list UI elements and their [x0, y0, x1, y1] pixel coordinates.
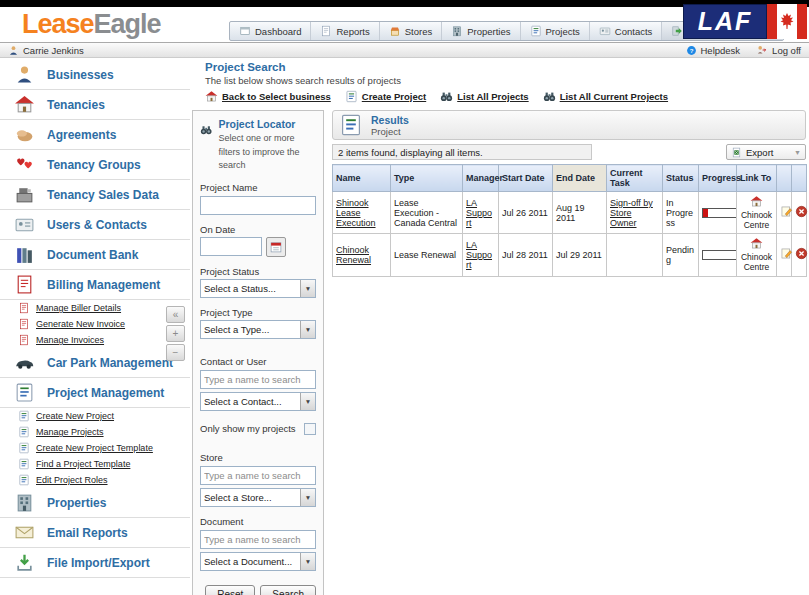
sidebar-link-manage-invoices[interactable]: Manage Invoices [0, 332, 190, 348]
contact-select[interactable]: Select a Contact... ▼ [200, 392, 316, 411]
sidebar-link-generate-new-invoice[interactable]: Generate New Invoice [0, 316, 190, 332]
project-name-input[interactable] [200, 196, 316, 215]
sidebar-label: Billing Management [47, 278, 160, 292]
sidebar-link-manage-biller-details[interactable]: Manage Biller Details [0, 300, 190, 316]
person-icon [14, 64, 35, 85]
delete-icon[interactable] [795, 205, 808, 218]
chevron-down-icon: ▼ [300, 321, 315, 338]
nav-tab-dashboard[interactable]: Dashboard [230, 22, 311, 40]
sidebar-item-properties[interactable]: Properties [0, 488, 190, 518]
sidebar-item-tenancy-sales-data[interactable]: Tenancy Sales Data [0, 180, 190, 210]
manager-link[interactable]: LA Support [466, 198, 492, 228]
cell-end-date: Aug 19 2011 [553, 192, 607, 234]
column-header-link-to[interactable]: Link To [737, 165, 777, 192]
sidebar-link-edit-project-roles[interactable]: Edit Project Roles [0, 472, 190, 488]
delete-icon[interactable] [795, 247, 808, 260]
project-type-label: Project Type [200, 307, 316, 318]
sidebar-sublabel: Create New Project Template [36, 443, 153, 453]
column-header-end-date[interactable]: End Date [553, 165, 607, 192]
nav-tab-stores[interactable]: Stores [380, 22, 442, 40]
current-task-link[interactable]: Sign-off by Store Owner [610, 198, 653, 228]
action-label: List All Current Projects [560, 91, 668, 102]
project-status-select[interactable]: Select a Status... ▼ [200, 279, 316, 298]
cell-progress [699, 192, 737, 234]
page-header: Project Search The list below shows sear… [197, 61, 627, 103]
column-header-start-date[interactable]: Start Date [499, 165, 553, 192]
notepad-icon [18, 474, 30, 486]
on-date-input[interactable] [200, 237, 262, 256]
manager-link[interactable]: LA Support [466, 240, 492, 270]
cell-name: Chinook Renewal [333, 234, 391, 276]
document-search-input[interactable] [200, 530, 316, 549]
project-type-select[interactable]: Select a Type... ▼ [200, 320, 316, 339]
export-label: Export [746, 147, 773, 158]
page-title: Project Search [205, 61, 668, 73]
calendar-button[interactable] [266, 237, 286, 257]
contact-search-input[interactable] [200, 370, 316, 389]
link-to-label[interactable]: Chinook Centre [740, 253, 773, 273]
results-subtitle: Project [371, 126, 409, 137]
column-header-type[interactable]: Type [391, 165, 463, 192]
nav-tab-reports[interactable]: Reports [311, 22, 379, 40]
handshake-icon [14, 124, 35, 145]
list-all-projects-link[interactable]: List All Projects [440, 90, 528, 103]
sidebar-link-manage-projects[interactable]: Manage Projects [0, 424, 190, 440]
nav-tab-properties[interactable]: Properties [442, 22, 520, 40]
edit-icon[interactable] [780, 247, 793, 260]
back-to-select-business-link[interactable]: Back to Select business [205, 90, 331, 103]
search-button[interactable]: Search [260, 585, 316, 595]
sidebar-item-users-contacts[interactable]: Users & Contacts [0, 210, 190, 240]
sidebar-link-find-a-project-template[interactable]: Find a Project Template [0, 456, 190, 472]
column-header-progress[interactable]: Progress [699, 165, 737, 192]
export-button[interactable]: Export ▼ [726, 144, 806, 160]
sidebar-item-tenancies[interactable]: Tenancies [0, 90, 190, 120]
sidebar-item-project-management[interactable]: Project Management [0, 378, 190, 408]
cell-start-date: Jul 28 2011 [499, 234, 553, 276]
column-header-status[interactable]: Status [663, 165, 699, 192]
sidebar-item-billing-management[interactable]: Billing Management [0, 270, 190, 300]
logoff-button[interactable]: Log off [756, 44, 801, 56]
sidebar-item-tenancy-groups[interactable]: Tenancy Groups [0, 150, 190, 180]
column-header-name[interactable]: Name [333, 165, 391, 192]
reset-button[interactable]: Reset [205, 585, 255, 595]
column-header-manager[interactable]: Manager [463, 165, 499, 192]
font-decrease-button[interactable]: − [166, 344, 185, 361]
sidebar-sublabel: Create New Project [36, 411, 114, 421]
nav-tab-contacts[interactable]: Contacts [590, 22, 663, 40]
font-increase-button[interactable]: + [166, 325, 185, 342]
link-to-label[interactable]: Chinook Centre [740, 211, 773, 231]
column-header-edit [777, 165, 792, 192]
helpdesk-button[interactable]: Helpdesk [686, 44, 741, 56]
sidebar-item-file-import-export[interactable]: File Import/Export [0, 548, 190, 578]
sidebar-link-create-new-project-template[interactable]: Create New Project Template [0, 440, 190, 456]
sidebar-collapse-button[interactable]: « [166, 306, 185, 323]
envelope-icon [14, 522, 35, 543]
projects-icon [530, 25, 542, 37]
only-show-my-projects-checkbox[interactable] [304, 423, 316, 435]
sidebar-item-agreements[interactable]: Agreements [0, 120, 190, 150]
sidebar-item-car-park-management[interactable]: Car Park Management [0, 348, 190, 378]
nav-tab-projects[interactable]: Projects [521, 22, 590, 40]
column-header-current-task[interactable]: Current Task [607, 165, 663, 192]
sidebar-item-email-reports[interactable]: Email Reports [0, 518, 190, 548]
logoff-label: Log off [772, 45, 801, 56]
create-project-link[interactable]: Create Project [345, 90, 426, 103]
sidebar-link-create-new-project[interactable]: Create New Project [0, 408, 190, 424]
select-value: Select a Document... [201, 556, 300, 567]
edit-icon[interactable] [780, 205, 793, 218]
chevron-down-icon: ▼ [300, 489, 315, 506]
project-name-link[interactable]: Chinook Renewal [336, 245, 371, 265]
sidebar-item-businesses[interactable]: Businesses [0, 60, 190, 90]
sidebar-sublabel: Edit Project Roles [36, 475, 108, 485]
logo-part-lease: Lease [22, 9, 94, 39]
locator-subtitle: Select one or more filters to improve th… [218, 132, 316, 173]
list-all-current-projects-link[interactable]: List All Current Projects [543, 90, 668, 103]
cell-type: Lease Execution - Canada Central [391, 192, 463, 234]
sidebar-item-document-bank[interactable]: Document Bank [0, 240, 190, 270]
page-subtitle: The list below shows search results of p… [205, 75, 668, 86]
document-select[interactable]: Select a Document... ▼ [200, 552, 316, 571]
project-name-link[interactable]: Shinook Lease Execution [336, 198, 376, 228]
store-search-input[interactable] [200, 466, 316, 485]
store-select[interactable]: Select a Store... ▼ [200, 488, 316, 507]
house-icon [750, 237, 763, 250]
